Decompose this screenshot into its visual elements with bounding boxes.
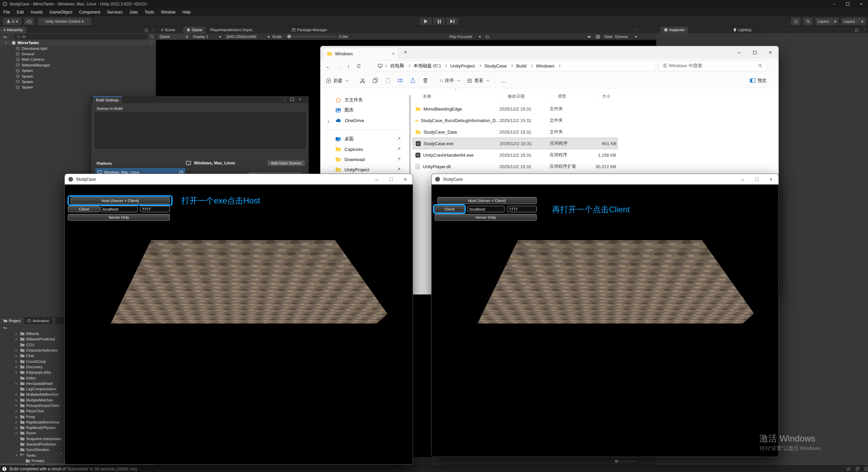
file-row[interactable]: StudyCase_BurstDebugInformation_D... 202… [413, 115, 617, 126]
file-row[interactable]: StudyCase_Data 2025/12/2 15:31文件夹 [413, 126, 617, 138]
rename-button[interactable] [394, 78, 407, 83]
delete-button[interactable] [419, 78, 432, 83]
window-close-icon[interactable]: × [299, 97, 301, 102]
unity-minimize-button[interactable]: – [827, 0, 841, 8]
refresh-button[interactable] [354, 61, 364, 71]
menu-help[interactable]: Help [179, 10, 194, 15]
hierarchy-item[interactable]: Spawn [0, 84, 156, 90]
explorer-minimize-button[interactable]: – [732, 46, 746, 59]
copy-button[interactable] [369, 78, 381, 83]
disclosure-icon[interactable]: ▸ [16, 393, 20, 396]
scale-slider-knob[interactable] [287, 35, 291, 38]
hierarchy-item[interactable]: Spawn [0, 79, 156, 84]
column-type[interactable]: 类型 [550, 93, 594, 100]
menu-assets[interactable]: Assets [27, 10, 46, 15]
paste-button[interactable] [381, 78, 394, 83]
display-dropdown[interactable]: Display 1▾ [191, 33, 223, 40]
menu-window[interactable]: Window [158, 10, 179, 15]
view-button[interactable]: 查看 [463, 78, 493, 84]
scale-slider[interactable] [288, 36, 336, 37]
disclosure-icon[interactable]: ▸ [16, 415, 20, 418]
breadcrumb-item[interactable]: Build [514, 63, 529, 68]
explorer-close-button[interactable]: × [764, 46, 777, 59]
preview-button[interactable]: 预览 [746, 78, 770, 84]
explorer-tab[interactable]: Windows × [323, 48, 398, 59]
add-open-scenes-button[interactable]: Add Open Scenes [267, 160, 305, 166]
address-field[interactable] [468, 206, 505, 212]
breadcrumb-item[interactable]: Windows [534, 63, 557, 68]
menu-component[interactable]: Component [76, 10, 103, 15]
lock-icon[interactable] [855, 28, 859, 32]
mute-audio-icon[interactable] [587, 35, 592, 39]
vsync-grid-icon[interactable] [596, 35, 600, 39]
window-close-button[interactable]: × [764, 174, 778, 184]
new-tab-button[interactable]: + [404, 49, 407, 55]
client-button[interactable]: Client [435, 206, 464, 212]
layout-dropdown[interactable]: Layout▾ [841, 17, 866, 25]
scenes-in-build-list[interactable] [95, 112, 306, 149]
picker-icon[interactable] [150, 35, 154, 39]
debug-bug-icon[interactable] [485, 35, 490, 39]
disclosure-icon[interactable]: ▸ [16, 382, 20, 385]
file-row[interactable]: MonoBleedingEdge 2025/12/2 15:31文件夹 [413, 103, 617, 115]
breadcrumb-item[interactable]: 此电脑 [388, 63, 406, 69]
scene-kebab-icon[interactable]: ⋮ [150, 41, 153, 45]
account-dropdown[interactable]: G▾ [3, 17, 22, 25]
disclosure-icon[interactable]: ▸ [16, 371, 20, 374]
play-button[interactable] [419, 17, 432, 25]
tab-game[interactable]: Game [183, 26, 205, 33]
pause-button[interactable] [433, 17, 446, 25]
stats-button[interactable]: Stats [604, 33, 613, 40]
resolution-dropdown[interactable]: QHD (2560x1440)▾ [224, 33, 272, 40]
sort-button[interactable]: ↑↓排序 [436, 78, 463, 84]
tab-project[interactable]: Project [0, 317, 24, 324]
layers-dropdown[interactable]: Layers▾ [815, 17, 839, 25]
game-target-dropdown[interactable]: Game▾ [158, 34, 190, 39]
tab-package-manager[interactable]: Package Manager [288, 26, 331, 33]
column-size[interactable]: 大小 [594, 93, 617, 100]
build-settings-title-bar[interactable]: Build Settings ⋮ × [91, 96, 309, 103]
window-kebab-icon[interactable]: ⋮ [283, 97, 287, 102]
more-button[interactable]: … [497, 77, 510, 84]
zoom-slider-knob[interactable] [615, 459, 618, 463]
client-button[interactable]: Client [68, 206, 100, 212]
cloud-button[interactable] [24, 17, 35, 25]
zoom-slider[interactable] [616, 461, 636, 462]
menu-tools[interactable]: Tools [141, 10, 158, 15]
menu-file[interactable]: File [0, 10, 13, 15]
scroll-down-icon[interactable]: ▾ [60, 452, 62, 455]
menu-services[interactable]: Services [103, 10, 126, 15]
cache-disabled-icon[interactable] [855, 467, 860, 471]
disclosure-icon[interactable]: ▸ [16, 398, 20, 402]
tab-animation[interactable]: Animation [24, 317, 53, 324]
tab-fragment[interactable] [53, 317, 55, 324]
column-date[interactable]: 修改日期 [499, 93, 550, 100]
play-focused-dropdown[interactable]: Play Focused▾ [447, 33, 483, 40]
tab-hierarchy[interactable]: ≡Hierarchy [0, 26, 26, 33]
inspector-kebab-icon[interactable]: ⋮ [863, 27, 866, 32]
breadcrumb-item[interactable]: StudyCase [482, 63, 509, 68]
server-only-button[interactable]: Server Only [68, 214, 170, 221]
file-row[interactable]: UnityCrashHandler64.exe 2025/12/2 15:31应… [413, 149, 617, 161]
menu-gameobject[interactable]: GameObject [46, 10, 76, 15]
nav-onedrive[interactable]: OneDrive [320, 115, 410, 125]
nav-gallery[interactable]: 图库 [320, 105, 410, 115]
port-field[interactable] [140, 206, 170, 212]
debugger-disabled-icon[interactable] [846, 467, 851, 471]
disclosure-icon[interactable]: ▾ [5, 41, 10, 44]
tab-inspector[interactable]: Inspector [660, 26, 688, 33]
hierarchy-item[interactable]: Ground [0, 51, 156, 57]
up-button[interactable]: ↑ [343, 61, 354, 71]
disclosure-icon[interactable]: ▸ [16, 332, 20, 335]
nav-download[interactable]: Download [320, 154, 410, 164]
hierarchy-search-input[interactable]: All [15, 34, 148, 39]
explorer-maximize-button[interactable] [748, 46, 762, 59]
disclosure-icon[interactable]: ▸ [16, 365, 20, 369]
explorer-search-input[interactable]: 在 Windows 中搜索 [658, 60, 767, 71]
status-message[interactable]: Build completed with a result of 'Succee… [9, 467, 137, 471]
forward-button[interactable]: → [333, 61, 343, 71]
tab-playerinputactions[interactable]: PlayerInputActions (Input... [207, 26, 258, 33]
step-button[interactable] [446, 17, 459, 25]
port-field[interactable] [507, 206, 537, 212]
unity-close-button[interactable]: × [854, 0, 868, 8]
